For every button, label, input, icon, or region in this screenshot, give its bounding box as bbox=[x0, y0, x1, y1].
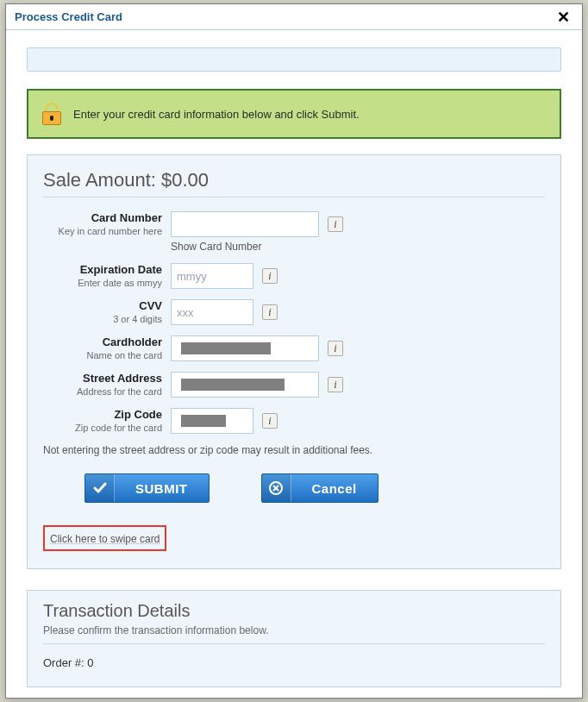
expiration-input[interactable] bbox=[171, 263, 253, 289]
hint-cardholder: Name on the card bbox=[43, 350, 162, 360]
button-row: SUBMIT Cancel bbox=[43, 473, 545, 503]
sale-amount-heading: Sale Amount: $0.00 bbox=[43, 169, 545, 197]
process-credit-card-dialog: Process Credit Card ✕ Enter your credit … bbox=[5, 3, 583, 699]
alert-message: Enter your credit card information below… bbox=[73, 108, 360, 121]
row-cardholder: Cardholder Name on the card i bbox=[43, 335, 545, 361]
info-icon[interactable]: i bbox=[328, 377, 343, 392]
transaction-subtitle: Please confirm the transaction informati… bbox=[43, 624, 545, 644]
label-card-number: Card Number bbox=[43, 211, 162, 224]
row-street: Street Address Address for the card i bbox=[43, 372, 545, 398]
order-number-line: Order #: 0 bbox=[43, 656, 545, 669]
sale-amount-label: Sale Amount: bbox=[43, 169, 161, 191]
label-cvv: CVV bbox=[43, 299, 162, 312]
cvv-input[interactable] bbox=[171, 299, 253, 325]
sale-amount-value: $0.00 bbox=[161, 169, 209, 191]
order-number-value: 0 bbox=[87, 656, 93, 669]
row-card-number: Card Number Key in card number here i Sh… bbox=[43, 211, 545, 253]
label-street: Street Address bbox=[43, 372, 162, 385]
dialog-titlebar: Process Credit Card ✕ bbox=[6, 4, 582, 30]
transaction-title: Transaction Details bbox=[43, 601, 545, 621]
status-bar-empty bbox=[27, 47, 561, 72]
zip-input[interactable] bbox=[171, 408, 253, 434]
cancel-button[interactable]: Cancel bbox=[261, 473, 378, 503]
label-expiration: Expiration Date bbox=[43, 263, 162, 276]
close-icon[interactable]: ✕ bbox=[554, 8, 573, 27]
row-expiration: Expiration Date Enter date as mmyy i bbox=[43, 263, 545, 289]
sale-panel: Sale Amount: $0.00 Card Number Key in ca… bbox=[27, 154, 561, 569]
show-card-number-link[interactable]: Show Card Number bbox=[171, 241, 261, 253]
hint-zip: Zip code for the card bbox=[43, 423, 162, 433]
dialog-body: Enter your credit card information below… bbox=[6, 30, 582, 698]
row-cvv: CVV 3 or 4 digits i bbox=[43, 299, 545, 325]
cancel-icon bbox=[262, 474, 291, 502]
submit-label: SUBMIT bbox=[115, 481, 209, 496]
info-alert: Enter your credit card information below… bbox=[27, 89, 561, 139]
order-label: Order #: bbox=[43, 656, 87, 669]
cancel-label: Cancel bbox=[291, 481, 378, 496]
street-input[interactable] bbox=[171, 372, 319, 398]
submit-button[interactable]: SUBMIT bbox=[84, 473, 210, 503]
fee-warning-note: Not entering the street address or zip c… bbox=[43, 444, 545, 456]
info-icon[interactable]: i bbox=[262, 268, 278, 284]
info-icon[interactable]: i bbox=[328, 341, 343, 356]
dialog-title: Process Credit Card bbox=[15, 10, 122, 23]
label-zip: Zip Code bbox=[43, 408, 162, 421]
hint-street: Address for the card bbox=[43, 386, 162, 397]
lock-icon bbox=[42, 103, 61, 125]
checkmark-icon bbox=[85, 474, 115, 502]
cardholder-input[interactable] bbox=[171, 335, 319, 361]
info-icon[interactable]: i bbox=[328, 216, 343, 232]
swipe-card-highlight: Click here to swipe card bbox=[43, 525, 166, 551]
label-cardholder: Cardholder bbox=[43, 335, 162, 348]
transaction-panel: Transaction Details Please confirm the t… bbox=[27, 590, 561, 687]
hint-card-number: Key in card number here bbox=[43, 226, 162, 236]
row-zip: Zip Code Zip code for the card i bbox=[43, 408, 545, 434]
info-icon[interactable]: i bbox=[262, 413, 278, 429]
hint-expiration: Enter date as mmyy bbox=[43, 278, 162, 288]
info-icon[interactable]: i bbox=[262, 304, 278, 320]
swipe-card-link[interactable]: Click here to swipe card bbox=[50, 533, 160, 545]
card-number-input[interactable] bbox=[171, 211, 319, 237]
hint-cvv: 3 or 4 digits bbox=[43, 314, 162, 324]
